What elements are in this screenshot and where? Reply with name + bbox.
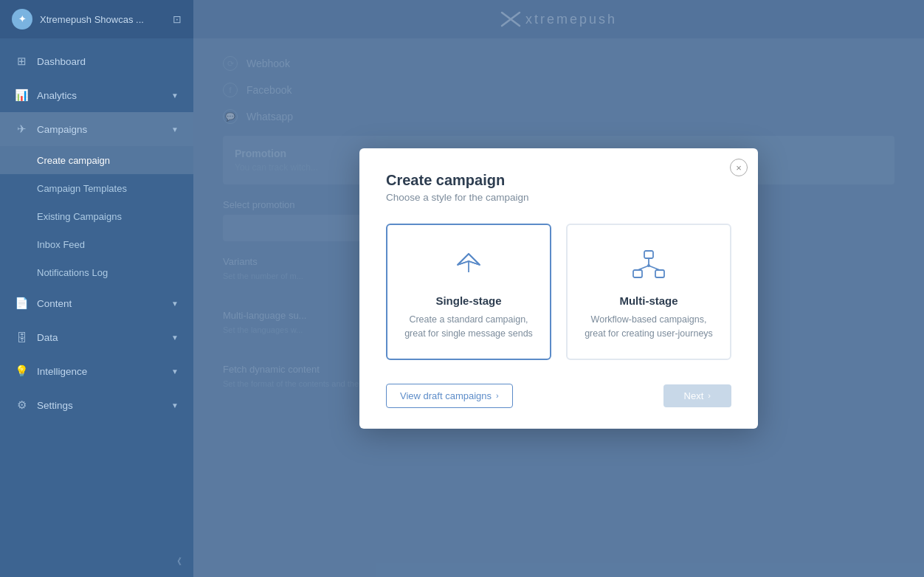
close-icon: × <box>736 162 742 173</box>
sub-nav-label: Inbox Feed <box>37 239 85 250</box>
sidebar-header: ✦ Xtremepush Showcas ... ⊡ <box>0 0 193 38</box>
svg-line-5 <box>638 266 649 270</box>
modal-close-button[interactable]: × <box>730 159 748 176</box>
database-icon: 🗄 <box>15 331 28 344</box>
chevron-down-icon: ▼ <box>171 367 179 376</box>
create-campaign-modal: × Create campaign Choose a style for the… <box>359 148 758 429</box>
sidebar: ✦ Xtremepush Showcas ... ⊡ ⊞ Dashboard 📊… <box>0 0 193 577</box>
modal-subtitle: Choose a style for the campaign <box>386 192 731 203</box>
multi-stage-desc: Workflow-based campaigns, great for crea… <box>582 313 715 341</box>
next-label: Next <box>684 390 704 401</box>
svg-point-7 <box>647 264 650 267</box>
view-drafts-label: View draft campaigns <box>400 390 492 401</box>
gear-icon: ⚙ <box>15 398 28 412</box>
sidebar-collapse-button[interactable]: 《 <box>0 547 193 577</box>
next-button[interactable]: Next › <box>663 384 731 407</box>
sub-nav-label: Campaign Templates <box>37 183 127 194</box>
chevron-down-icon: ▼ <box>171 334 179 342</box>
single-stage-icon <box>449 246 488 284</box>
chevron-down-icon: ▼ <box>171 300 179 308</box>
file-icon: 📄 <box>15 297 28 310</box>
sidebar-item-notifications-log[interactable]: Notifications Log <box>0 258 193 286</box>
chevron-down-icon: ▼ <box>171 91 179 100</box>
sub-nav-label: Create campaign <box>37 155 110 166</box>
app-logo: ✦ <box>12 9 32 30</box>
sidebar-item-dashboard[interactable]: ⊞ Dashboard <box>0 44 193 78</box>
sidebar-item-label: Intelligence <box>37 366 87 377</box>
chart-icon: 📊 <box>15 89 28 102</box>
modal-overlay: × Create campaign Choose a style for the… <box>193 0 924 577</box>
sidebar-item-campaigns[interactable]: ✈ Campaigns ▼ <box>0 112 193 146</box>
chevron-right-icon: › <box>496 391 499 400</box>
modal-footer: View draft campaigns › Next › <box>386 384 731 408</box>
svg-rect-1 <box>644 251 653 258</box>
single-stage-desc: Create a standard campaign, great for si… <box>402 313 535 341</box>
svg-rect-3 <box>655 270 664 277</box>
sidebar-item-content[interactable]: 📄 Content ▼ <box>0 286 193 320</box>
sidebar-item-existing-campaigns[interactable]: Existing Campaigns <box>0 202 193 230</box>
chevron-down-icon: ▼ <box>171 125 179 134</box>
sidebar-item-inbox-feed[interactable]: Inbox Feed <box>0 230 193 258</box>
view-drafts-button[interactable]: View draft campaigns › <box>386 384 513 408</box>
send-icon: ✈ <box>15 122 28 136</box>
sidebar-item-label: Content <box>37 298 72 309</box>
svg-rect-2 <box>633 270 642 277</box>
chevron-down-icon: ▼ <box>171 401 179 410</box>
chevron-right-icon: › <box>708 391 711 400</box>
sub-nav-label: Notifications Log <box>37 267 108 278</box>
sidebar-nav: ⊞ Dashboard 📊 Analytics ▼ ✈ Campaigns ▼ … <box>0 38 193 547</box>
multi-stage-option[interactable]: Multi-stage Workflow-based campaigns, gr… <box>566 224 731 360</box>
sidebar-item-label: Analytics <box>37 90 77 101</box>
single-stage-option[interactable]: Single-stage Create a standard campaign,… <box>386 224 551 360</box>
expand-icon[interactable]: ⊡ <box>173 13 182 25</box>
sidebar-item-label: Dashboard <box>37 56 86 67</box>
multi-stage-title: Multi-stage <box>619 294 678 307</box>
multi-stage-icon <box>630 246 668 284</box>
sidebar-item-label: Data <box>37 332 58 343</box>
sub-nav-label: Existing Campaigns <box>37 211 122 222</box>
sidebar-item-intelligence[interactable]: 💡 Intelligence ▼ <box>0 354 193 388</box>
sidebar-item-label: Campaigns <box>37 124 87 135</box>
svg-line-6 <box>649 266 660 270</box>
sidebar-item-analytics[interactable]: 📊 Analytics ▼ <box>0 78 193 112</box>
grid-icon: ⊞ <box>15 55 28 68</box>
app-name: Xtremepush Showcas ... <box>40 14 165 25</box>
sidebar-item-create-campaign[interactable]: Create campaign <box>0 146 193 174</box>
sidebar-item-label: Settings <box>37 400 73 411</box>
sidebar-item-data[interactable]: 🗄 Data ▼ <box>0 320 193 354</box>
sidebar-item-campaign-templates[interactable]: Campaign Templates <box>0 174 193 202</box>
campaign-options-container: Single-stage Create a standard campaign,… <box>386 224 731 360</box>
single-stage-title: Single-stage <box>435 294 501 307</box>
modal-title: Create campaign <box>386 172 731 189</box>
bulb-icon: 💡 <box>15 364 28 378</box>
sidebar-item-settings[interactable]: ⚙ Settings ▼ <box>0 388 193 422</box>
main-content: xtremepush ⟳ Webhook f Facebook 💬 Whatsa… <box>193 0 924 577</box>
